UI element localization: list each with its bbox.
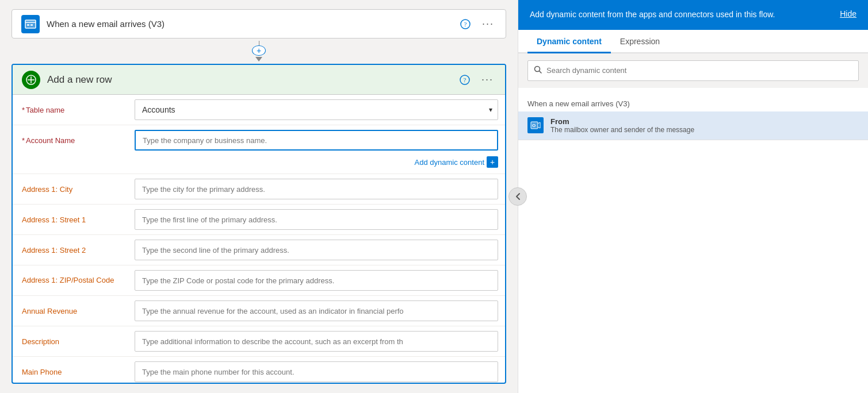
address-street1-input-wrap [128,205,505,234]
dynamic-search-input[interactable] [546,66,852,75]
dynamic-item-from[interactable]: O From The mailbox owner and sender of t… [518,111,868,140]
address-street2-label: Address 1: Street 2 [13,235,128,265]
outlook-icon: O [527,117,544,133]
address-city-row: Address 1: City [13,174,505,205]
tab-expression[interactable]: Expression [611,30,669,53]
add-dynamic-content-button[interactable]: + [487,156,498,168]
table-name-row: * Table name Accounts ▾ [13,95,505,125]
table-name-label: * Table name [13,95,128,125]
account-name-label: * Account Name [13,129,128,152]
trigger-more-button[interactable]: ··· [480,16,496,32]
trigger-actions: ? ··· [458,16,496,32]
action-title: Add a new row [47,74,450,86]
tab-dynamic-content[interactable]: Dynamic content [527,30,611,53]
address-street2-input[interactable] [135,240,498,260]
form-body: * Table name Accounts ▾ * [13,95,505,384]
annual-revenue-row: Annual Revenue [13,296,505,326]
left-panel: When a new email arrives (V3) ? ··· + [0,0,518,393]
table-name-select-wrapper: Accounts ▾ [135,99,498,120]
svg-text:?: ? [464,76,466,83]
main-phone-row: Main Phone [13,357,505,384]
connector-line-top [259,41,259,45]
address-zip-label: Address 1: ZIP/Postal Code [13,265,128,295]
table-name-input-wrap: Accounts ▾ [128,95,505,125]
action-header-actions: ? ··· [457,71,496,88]
main-phone-input[interactable] [135,361,498,382]
table-name-select[interactable]: Accounts [135,99,498,120]
svg-rect-3 [27,24,29,26]
description-input[interactable] [135,331,498,352]
add-dynamic-content-link[interactable]: Add dynamic content [415,158,484,167]
trigger-help-button[interactable]: ? [458,17,473,32]
account-name-input[interactable] [135,130,498,151]
description-row: Description [13,326,505,357]
dynamic-item-from-desc: The mailbox owner and sender of the mess… [550,126,694,134]
dynamic-content-bar: Add dynamic content + [13,155,505,171]
flow-connector: + [12,38,506,64]
annual-revenue-input-wrap [128,296,505,326]
address-street2-row: Address 1: Street 2 [13,235,505,265]
hide-dynamic-panel-button[interactable]: Hide [840,9,856,18]
address-street1-label: Address 1: Street 1 [13,205,128,234]
right-panel: Add dynamic content from the apps and co… [518,0,868,393]
dynamic-panel-header: Add dynamic content from the apps and co… [518,0,868,30]
trigger-title: When a new email arrives (V3) [47,19,451,29]
search-icon [534,66,542,75]
action-icon [22,71,40,89]
address-street1-input[interactable] [135,209,498,230]
dynamic-panel-header-text: Add dynamic content from the apps and co… [530,9,840,21]
account-name-row: * Account Name Add dynamic content + [13,125,505,174]
trigger-card: When a new email arrives (V3) ? ··· [12,9,506,38]
collapse-panel-button[interactable] [508,187,527,206]
action-more-button[interactable]: ··· [479,71,496,88]
address-city-input[interactable] [135,179,498,199]
address-zip-input[interactable] [135,270,498,291]
svg-line-11 [540,71,542,74]
description-label: Description [13,326,128,356]
dynamic-tabs: Dynamic content Expression [518,30,868,53]
annual-revenue-label: Annual Revenue [13,296,128,326]
dynamic-item-from-text: From The mailbox owner and sender of the… [550,117,694,134]
address-zip-input-wrap [128,265,505,295]
account-name-input-wrap [128,125,505,155]
description-input-wrap [128,326,505,356]
connector-arrow [255,57,262,61]
action-card: Add a new row ? ··· * Table name [12,64,506,384]
dynamic-section-title: When a new email arrives (V3) [518,95,868,111]
address-zip-row: Address 1: ZIP/Postal Code [13,265,505,296]
address-city-label: Address 1: City [13,174,128,204]
svg-line-15 [538,122,540,124]
add-step-button[interactable]: + [252,45,266,56]
main-phone-label: Main Phone [13,357,128,384]
main-phone-input-wrap [128,357,505,384]
dynamic-search-area [518,53,868,88]
svg-line-16 [538,127,540,128]
address-street2-input-wrap [128,235,505,265]
action-help-button[interactable]: ? [457,72,472,87]
dynamic-item-from-title: From [550,117,694,126]
search-box [527,60,859,81]
svg-text:O: O [532,123,536,128]
address-street1-row: Address 1: Street 1 [13,205,505,235]
action-header: Add a new row ? ··· [13,65,505,95]
dynamic-content-list: When a new email arrives (V3) O From The… [518,88,868,393]
trigger-icon [21,15,40,33]
address-city-input-wrap [128,174,505,204]
svg-text:?: ? [464,21,467,28]
annual-revenue-input[interactable] [135,300,498,321]
svg-rect-4 [30,24,33,26]
dynamic-panel: Add dynamic content from the apps and co… [518,0,868,393]
